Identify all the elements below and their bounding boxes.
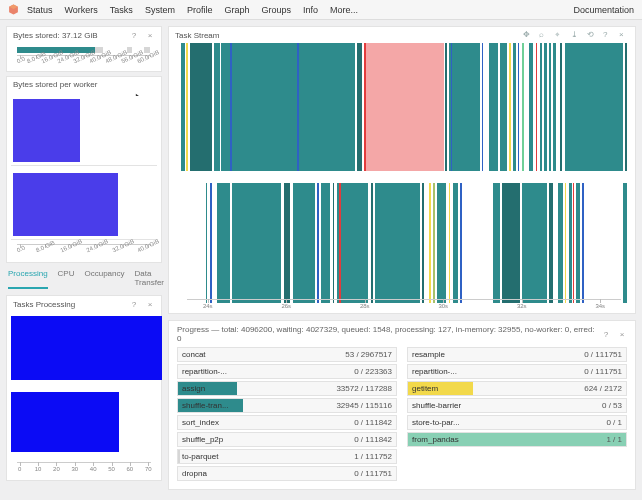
help-icon[interactable]: ?	[129, 299, 139, 309]
help-icon[interactable]: ?	[129, 30, 139, 40]
progress-row: getitem624 / 2172	[407, 381, 627, 396]
stream-segment	[565, 183, 567, 303]
stream-segment	[445, 43, 447, 171]
axis-tick: 0.0	[16, 244, 26, 253]
bytes-stored-panel: Bytes stored: 37.12 GiB ? × 0.08.0 GiB16…	[6, 26, 162, 72]
progress-row-name: concat	[178, 350, 206, 359]
help-icon[interactable]: ?	[601, 329, 611, 339]
stream-segment	[449, 183, 451, 303]
bytes-stored-title: Bytes stored: 37.12 GiB	[13, 31, 98, 40]
nav-item-more[interactable]: More...	[330, 5, 358, 15]
nav-item-system[interactable]: System	[145, 5, 175, 15]
progress-row: repartition-...0 / 111751	[407, 364, 627, 379]
progress-row-name: shuffle-tran...	[178, 401, 229, 410]
stream-segment	[210, 183, 212, 303]
progress-row-name: getitem	[408, 384, 438, 393]
brand-logo-icon	[8, 4, 19, 15]
stream-segment	[451, 43, 452, 171]
stream-segment	[449, 43, 480, 171]
documentation-link[interactable]: Documentation	[573, 5, 634, 15]
axis-tick: 0.0	[16, 55, 26, 64]
stream-segment	[549, 43, 551, 171]
save-icon[interactable]: ⤓	[571, 30, 581, 40]
stream-segment	[422, 183, 424, 303]
help-icon[interactable]: ?	[603, 30, 613, 40]
stream-segment	[433, 183, 435, 303]
axis-tick: 50	[108, 466, 115, 472]
tasks-processing-title: Tasks Processing	[13, 300, 75, 309]
nav-item-profile[interactable]: Profile	[187, 5, 213, 15]
processing-bar	[11, 316, 162, 380]
nav-item-workers[interactable]: Workers	[65, 5, 98, 15]
progress-row-value: 0 / 1	[606, 418, 626, 427]
progress-row: resample0 / 111751	[407, 347, 627, 362]
stream-segment	[181, 43, 185, 171]
stream-segment	[339, 183, 341, 303]
progress-summary: Progress — total: 4096200, waiting: 4027…	[177, 325, 601, 343]
nav-item-info[interactable]: Info	[303, 5, 318, 15]
progress-row: shuffle-tran...32945 / 115116	[177, 398, 397, 413]
close-icon[interactable]: ×	[145, 30, 155, 40]
stream-segment	[553, 43, 555, 171]
nav-item-groups[interactable]: Groups	[261, 5, 291, 15]
axis-tick: 26s	[281, 303, 291, 309]
metric-tabs: ProcessingCPUOccupancyData Transfer	[6, 267, 162, 291]
nav-item-tasks[interactable]: Tasks	[110, 5, 133, 15]
stream-segment	[337, 183, 368, 303]
progress-row-name: shuffle-barrier	[408, 401, 461, 410]
axis-tick: 40.0 GiB	[137, 238, 161, 253]
stream-segment	[284, 183, 291, 303]
pan-icon[interactable]: ✥	[523, 30, 533, 40]
close-icon[interactable]: ×	[617, 329, 627, 339]
progress-row: sort_index0 / 111842	[177, 415, 397, 430]
axis-tick: 20	[53, 466, 60, 472]
stream-segment	[623, 183, 627, 303]
stream-segment	[544, 43, 546, 171]
progress-row: dropna0 / 111751	[177, 466, 397, 481]
stream-segment	[582, 183, 584, 303]
close-icon[interactable]: ×	[619, 30, 629, 40]
progress-row-value: 32945 / 115116	[336, 401, 396, 410]
axis-tick: 30	[71, 466, 78, 472]
task-stream-panel: Task Stream ✥ ⌕ ⌖ ⤓ ⟲ ? × 24s26s28s30s32…	[168, 26, 636, 314]
top-nav: StatusWorkersTasksSystemProfileGraphGrou…	[0, 0, 642, 20]
stream-segment	[460, 183, 462, 303]
zoom-icon[interactable]: ⌕	[539, 30, 549, 40]
tab-occupancy[interactable]: Occupancy	[84, 269, 124, 289]
stream-segment	[502, 183, 520, 303]
stream-segment	[321, 183, 330, 303]
progress-row: shuffle-barrier0 / 53	[407, 398, 627, 413]
progress-row-value: 0 / 111751	[354, 469, 396, 478]
tab-cpu[interactable]: CPU	[58, 269, 75, 289]
progress-row-value: 0 / 111842	[354, 418, 396, 427]
progress-row: repartition-...0 / 223363	[177, 364, 397, 379]
nav-item-graph[interactable]: Graph	[224, 5, 249, 15]
progress-row-value: 1 / 1	[606, 435, 626, 444]
stream-segment	[214, 43, 219, 171]
stream-segment	[560, 43, 562, 171]
reset-icon[interactable]: ⟲	[587, 30, 597, 40]
progress-row: shuffle_p2p0 / 111842	[177, 432, 397, 447]
worker-bar	[11, 96, 157, 166]
wheel-icon[interactable]: ⌖	[555, 30, 565, 40]
progress-panel: Progress — total: 4096200, waiting: 4027…	[168, 320, 636, 490]
tab-data-transfer[interactable]: Data Transfer	[135, 269, 164, 289]
stream-segment	[357, 43, 361, 171]
stream-segment	[549, 183, 553, 303]
progress-row-value: 1 / 111752	[354, 452, 396, 461]
tab-processing[interactable]: Processing	[8, 269, 48, 289]
close-icon[interactable]: ×	[145, 299, 155, 309]
nav-item-status[interactable]: Status	[27, 5, 53, 15]
stream-segment	[576, 183, 580, 303]
stream-segment	[297, 43, 299, 171]
progress-row-value: 0 / 111751	[584, 367, 626, 376]
axis-tick: 30s	[438, 303, 448, 309]
stream-segment	[317, 183, 319, 303]
axis-tick: 0	[18, 466, 21, 472]
task-stream-title: Task Stream	[175, 31, 219, 40]
stream-segment	[500, 43, 507, 171]
stream-segment	[437, 183, 446, 303]
progress-row: from_pandas1 / 1	[407, 432, 627, 447]
stream-segment	[509, 43, 511, 171]
stream-segment	[565, 43, 623, 171]
